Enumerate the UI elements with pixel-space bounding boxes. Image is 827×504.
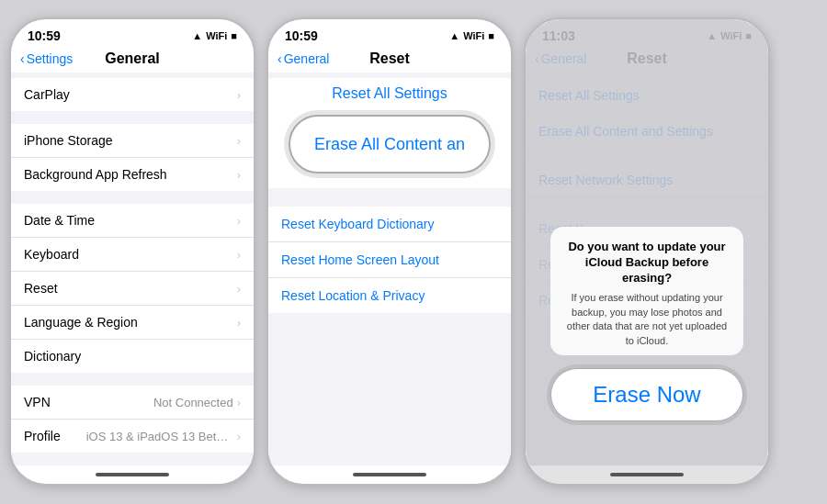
chevron-icon: › [237, 214, 241, 228]
reset-home-link[interactable]: Reset Home Screen Layout [268, 242, 511, 278]
phone1-content: CarPlay › iPhone Storage › Background Ap… [11, 73, 254, 465]
list-item-dictionary[interactable]: Dictionary [11, 340, 254, 373]
status-icons-2: ▲ WiFi ■ [449, 30, 494, 41]
chevron-icon: › [237, 168, 241, 182]
phone2-content: Reset All Settings Erase All Content an … [268, 73, 511, 465]
status-icons-1: ▲ WiFi ■ [192, 30, 237, 41]
nav-bar-2: ‹ General Reset [268, 47, 511, 73]
chevron-icon: › [237, 88, 241, 102]
list-item-carplay[interactable]: CarPlay › [11, 78, 254, 111]
battery-icon: ■ [488, 30, 494, 41]
chevron-icon: › [237, 430, 241, 443]
home-bar-1 [11, 465, 254, 484]
dialog-body: If you erase without updating your backu… [563, 291, 731, 348]
list-item-profile[interactable]: Profile iOS 13 & iPadOS 13 Beta Software… [11, 420, 254, 453]
erase-now-button[interactable]: Erase Now [550, 368, 743, 421]
nav-bar-1: ‹ Settings General [11, 47, 254, 73]
home-indicator [610, 473, 684, 476]
reset-location-link[interactable]: Reset Location & Privacy [268, 278, 511, 313]
list-item-language[interactable]: Language & Region › [11, 306, 254, 340]
home-bar-3 [526, 465, 768, 484]
status-time-2: 10:59 [285, 28, 318, 43]
erase-all-button[interactable]: Erase All Content an [289, 115, 491, 174]
status-bar-1: 10:59 ▲ WiFi ■ [11, 19, 254, 47]
wifi-icon: WiFi [463, 30, 484, 41]
home-bar-2 [268, 465, 511, 484]
nav-title-2: Reset [369, 50, 410, 67]
list-item-date-time[interactable]: Date & Time › [11, 204, 254, 238]
chevron-icon: › [237, 134, 241, 148]
chevron-back-icon: ‹ [20, 51, 25, 66]
signal-icon: ▲ [192, 30, 202, 41]
chevron-icon: › [237, 282, 241, 296]
battery-icon: ■ [231, 30, 237, 41]
chevron-back-icon: ‹ [278, 51, 282, 66]
list-item-bg-refresh[interactable]: Background App Refresh › [11, 158, 254, 191]
back-button-1[interactable]: ‹ Settings [20, 51, 73, 66]
list-item-fonts[interactable]: Reset › [11, 272, 254, 306]
wifi-icon: WiFi [206, 30, 227, 41]
phone-2: 10:59 ▲ WiFi ■ ‹ General Reset Reset All… [266, 17, 513, 486]
phone-3: 11:03 ▲ WiFi ■ ‹ General Reset Reset All… [524, 17, 770, 486]
chevron-icon: › [237, 248, 241, 262]
fonts-label: Reset [24, 281, 237, 296]
list-item-vpn[interactable]: VPN Not Connected › [11, 386, 254, 420]
reset-all-settings-label: Reset All Settings [332, 85, 447, 101]
dialog-title: Do you want to update your iCloud Backup… [563, 240, 731, 286]
home-indicator [96, 473, 169, 476]
group-carplay: CarPlay › [11, 78, 254, 111]
overlay-dialog: Do you want to update your iCloud Backup… [526, 19, 768, 484]
chevron-icon: › [237, 396, 241, 409]
list-item-keyboard[interactable]: Keyboard › [11, 238, 254, 272]
group-vpn: VPN Not Connected › Profile iOS 13 & iPa… [11, 386, 254, 453]
dialog-box: Do you want to update your iCloud Backup… [550, 227, 743, 355]
back-button-2[interactable]: ‹ General [278, 51, 329, 66]
nav-title-1: General [105, 50, 160, 67]
reset-links-group: Reset Keyboard Dictionary Reset Home Scr… [268, 207, 511, 313]
list-item-iphone-storage[interactable]: iPhone Storage › [11, 124, 254, 158]
status-bar-2: 10:59 ▲ WiFi ■ [268, 19, 511, 47]
chevron-icon: › [237, 316, 241, 330]
reset-all-top: Reset All Settings [268, 78, 511, 104]
status-time-1: 10:59 [28, 28, 61, 43]
signal-icon: ▲ [449, 30, 459, 41]
group-datetime: Date & Time › Keyboard › Reset › Languag… [11, 204, 254, 373]
home-indicator [353, 473, 426, 476]
phone-1: 10:59 ▲ WiFi ■ ‹ Settings General CarPla… [9, 17, 255, 486]
group-storage: iPhone Storage › Background App Refresh … [11, 124, 254, 191]
reset-keyboard-link[interactable]: Reset Keyboard Dictionary [268, 207, 511, 242]
erase-content-area: Erase All Content an [268, 104, 511, 188]
